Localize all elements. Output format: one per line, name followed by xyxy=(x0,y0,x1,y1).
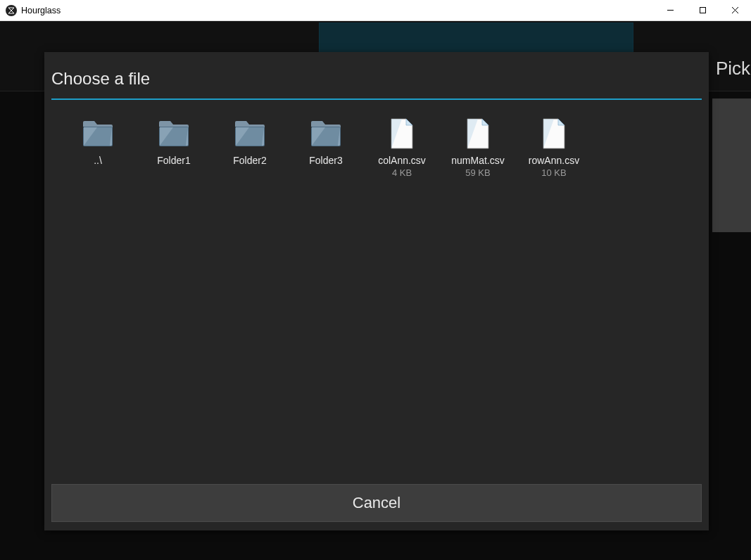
file-label: Folder2 xyxy=(233,155,266,166)
minimize-button[interactable] xyxy=(654,0,686,20)
background-side-panel xyxy=(712,98,751,232)
folder-icon xyxy=(158,117,190,151)
window-controls xyxy=(654,0,751,20)
background-pick-label: Pick xyxy=(716,58,751,79)
svg-rect-1 xyxy=(700,8,705,13)
dialog-separator xyxy=(51,98,702,100)
file-label: rowAnn.csv xyxy=(529,155,579,166)
window-title: Hourglass xyxy=(21,6,61,15)
dialog-title: Choose a file xyxy=(51,65,702,98)
titlebar-left: Hourglass xyxy=(6,5,61,16)
folder-icon xyxy=(310,117,342,151)
file-icon xyxy=(541,117,567,151)
file-size: 4 KB xyxy=(392,167,412,178)
file-item[interactable]: colAnn.csv4 KB xyxy=(365,114,438,181)
file-label: colAnn.csv xyxy=(378,155,426,166)
file-chooser-dialog: Choose a file ..\ Folder1 Folder2 Folder… xyxy=(44,52,709,530)
close-button[interactable] xyxy=(719,0,751,20)
file-label: Folder3 xyxy=(309,155,342,166)
file-item[interactable]: rowAnn.csv10 KB xyxy=(517,114,591,181)
file-size: 59 KB xyxy=(465,167,490,178)
file-size: 10 KB xyxy=(541,167,566,178)
file-item[interactable]: numMat.csv59 KB xyxy=(441,114,515,181)
folder-icon xyxy=(82,117,114,151)
cancel-button[interactable]: Cancel xyxy=(51,484,702,522)
file-label: numMat.csv xyxy=(451,155,504,166)
app-body: Pick Choose a file ..\ Folder1 Folder2 F… xyxy=(0,21,751,560)
folder-item[interactable]: Folder2 xyxy=(213,114,286,181)
file-icon xyxy=(465,117,491,151)
file-label: ..\ xyxy=(94,155,102,166)
folder-item[interactable]: Folder3 xyxy=(289,114,362,181)
window-titlebar: Hourglass xyxy=(0,0,751,21)
folder-icon xyxy=(234,117,266,151)
folder-item[interactable]: ..\ xyxy=(61,114,134,181)
maximize-button[interactable] xyxy=(686,0,719,20)
file-label: Folder1 xyxy=(157,155,190,166)
hourglass-icon xyxy=(6,5,17,16)
file-icon xyxy=(389,117,415,151)
file-grid: ..\ Folder1 Folder2 Folder3 colAnn.csv4 … xyxy=(51,110,702,481)
folder-item[interactable]: Folder1 xyxy=(137,114,210,181)
